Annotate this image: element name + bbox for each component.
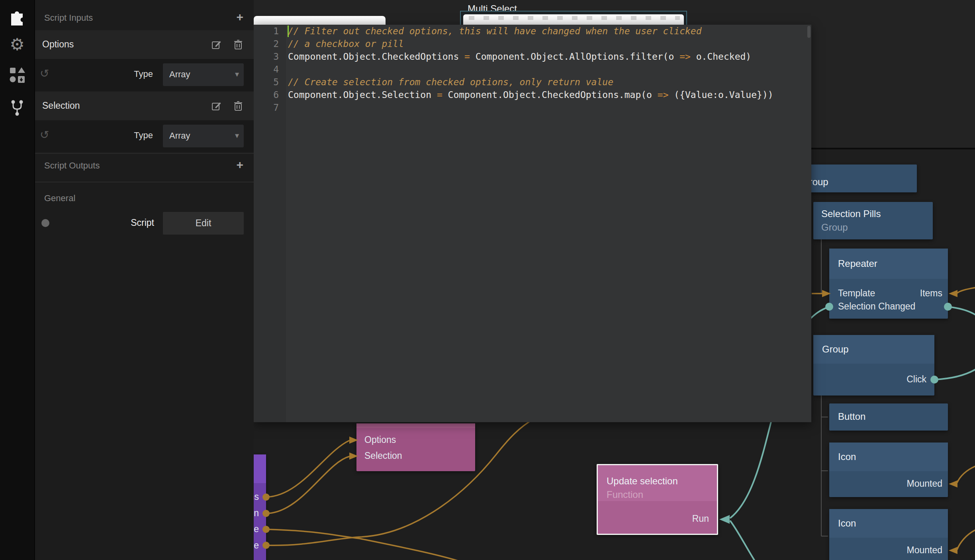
type-dropdown-options[interactable]: Array ▾: [163, 63, 244, 86]
line-number: 4: [259, 63, 279, 76]
wire-mounted-2: [957, 530, 975, 550]
chevron-down-icon: ▾: [235, 69, 239, 79]
preview-checkbox-ticks: [469, 16, 680, 20]
code-line-5[interactable]: // Create selection from checked options…: [288, 76, 808, 88]
port-options[interactable]: Options: [364, 435, 396, 445]
section-script-outputs: Script Outputs: [44, 161, 100, 171]
node-button[interactable]: Button: [829, 403, 948, 431]
icon-sidebar: ⚙: [0, 0, 35, 560]
code-line-2[interactable]: // a checkbox or pill: [288, 37, 808, 50]
sidebar-item-node-library[interactable]: [0, 62, 34, 90]
node-object-ports[interactable]: Options Selection: [356, 423, 475, 471]
node-selection-pills[interactable]: Selection Pills Group: [813, 202, 933, 239]
node-update-selection[interactable]: Update selection Function Run: [597, 464, 718, 535]
code-line-7[interactable]: [288, 101, 808, 114]
wire-mounted-1: [957, 466, 975, 483]
type-dropdown-selection[interactable]: Array ▾: [163, 125, 244, 147]
code-editor[interactable]: 1 2 3 4 5 6 7 // Filter out checked opti…: [254, 25, 811, 422]
arrowhead-run: [719, 515, 730, 524]
tree-line: [821, 239, 828, 294]
port-template[interactable]: Template: [838, 288, 875, 299]
node-group[interactable]: Group Click: [813, 335, 934, 396]
line-number: 7: [259, 101, 279, 114]
wire-click: [934, 369, 975, 380]
divider: [34, 182, 254, 182]
delete-icon[interactable]: [233, 39, 243, 50]
node-icon-2[interactable]: Icon Mounted: [829, 509, 948, 560]
arrowhead-mounted-2: [949, 547, 957, 554]
components-icon: [8, 66, 26, 85]
port-mounted[interactable]: Mounted: [906, 478, 942, 489]
section-general: General: [44, 193, 75, 204]
arrowhead-mounted-1: [949, 480, 957, 488]
section-script-inputs: Script Inputs: [44, 13, 93, 23]
wire-options: [266, 441, 349, 497]
selected-component-outline[interactable]: [460, 11, 687, 27]
sidebar-item-settings[interactable]: ⚙: [0, 31, 34, 59]
add-script-output-button[interactable]: +: [236, 160, 243, 170]
port-selection[interactable]: Selection: [364, 450, 402, 461]
port-selection-changed[interactable]: Selection Changed: [838, 301, 915, 312]
editor-scrollbar[interactable]: [807, 26, 811, 38]
sidebar-item-components[interactable]: [0, 4, 34, 32]
chevron-down-icon: ▾: [235, 131, 239, 140]
sidebar-item-version-control[interactable]: [0, 95, 34, 123]
code-line-1[interactable]: // Filter out checked options, this will…: [288, 25, 808, 37]
script-property-label: Script: [94, 217, 154, 228]
input-row-options[interactable]: Options: [34, 30, 254, 59]
line-number: 5: [259, 76, 279, 88]
editor-gutter: 1 2 3 4 5 6 7: [254, 25, 286, 422]
wire-selection: [266, 456, 349, 513]
rename-icon[interactable]: [211, 101, 222, 111]
type-row-selection: ↺ Type Array ▾: [34, 120, 254, 152]
wire-selchanged-right: [948, 307, 975, 315]
code-line-6[interactable]: Component.Object.Selection = Component.O…: [288, 88, 808, 101]
port-items[interactable]: Items: [920, 288, 942, 299]
delete-icon[interactable]: [233, 101, 243, 111]
add-script-input-button[interactable]: +: [236, 12, 243, 22]
properties-panel: Script Inputs + Options ↺ Type Array ▾ S…: [34, 0, 254, 560]
line-number: 6: [259, 88, 279, 101]
wire-run-top: [730, 420, 771, 518]
divider: [34, 153, 254, 154]
wire-items: [957, 288, 975, 293]
arrowhead-items: [949, 290, 957, 297]
multi-select-preview: [463, 14, 684, 25]
rename-icon[interactable]: [211, 39, 222, 50]
input-row-selection[interactable]: Selection: [34, 92, 254, 120]
type-row-options: ↺ Type Array ▾: [34, 59, 254, 91]
line-number: 2: [259, 37, 279, 50]
script-connector-dot[interactable]: [41, 219, 49, 227]
node-repeater[interactable]: Repeater Template Items Selection Change…: [829, 249, 948, 319]
puzzle-icon: [8, 8, 26, 28]
line-number: 1: [259, 25, 279, 37]
port-run[interactable]: Run: [692, 513, 709, 524]
reset-icon[interactable]: ↺: [40, 67, 49, 80]
wire-selchanged-left: [809, 307, 829, 320]
code-line-4[interactable]: [288, 63, 808, 76]
type-label: Type: [106, 130, 153, 141]
type-label: Type: [106, 69, 153, 79]
line-number: 3: [259, 50, 279, 63]
app-window: Multi Select Group Selection Pills Group…: [0, 0, 975, 560]
edit-script-button[interactable]: Edit: [163, 212, 244, 235]
port-click[interactable]: Click: [906, 374, 926, 385]
gear-icon: ⚙: [10, 36, 25, 53]
branch-icon: [8, 99, 26, 119]
port-mounted[interactable]: Mounted: [906, 545, 942, 556]
wire-value-a: [266, 529, 458, 560]
code-line-3[interactable]: Component.Object.CheckedOptions = Compon…: [288, 50, 808, 63]
node-icon-1[interactable]: Icon Mounted: [829, 443, 948, 497]
reset-icon[interactable]: ↺: [40, 128, 49, 141]
wire-run-bottom: [730, 521, 755, 560]
